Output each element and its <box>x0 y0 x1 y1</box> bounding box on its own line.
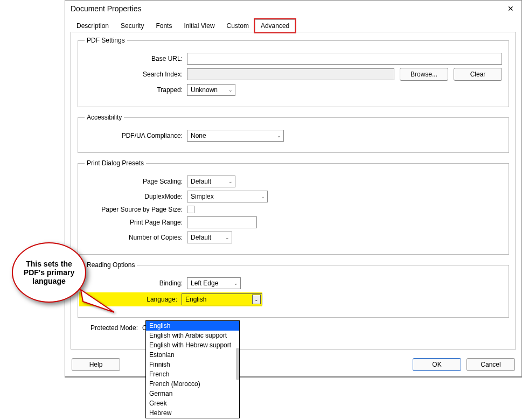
chevron-down-icon: ⌄ <box>228 179 233 184</box>
callout-text: This sets the PDF's primary language <box>18 260 80 285</box>
chevron-down-icon: ⌄ <box>225 235 229 240</box>
duplex-select[interactable]: Simplex ⌄ <box>187 191 268 202</box>
language-option[interactable]: English <box>146 321 239 331</box>
binding-label: Binding: <box>85 279 187 287</box>
tab-initial-view[interactable]: Initial View <box>178 19 220 32</box>
advanced-panel: PDF Settings Base URL: Search Index: Bro… <box>71 32 516 349</box>
print-presets-legend: Print Dialog Presets <box>85 159 146 167</box>
trapped-label: Trapped: <box>85 86 187 94</box>
copies-select[interactable]: Default ⌄ <box>187 232 232 243</box>
pdf-settings-legend: PDF Settings <box>85 37 127 44</box>
language-select[interactable]: English ⌄ <box>182 293 262 305</box>
page-scaling-value: Default <box>191 178 211 185</box>
base-url-label: Base URL: <box>85 55 187 62</box>
trapped-select[interactable]: Unknown ⌄ <box>187 84 235 96</box>
language-option[interactable]: German <box>146 389 239 398</box>
language-option[interactable]: English with Arabic support <box>146 331 239 340</box>
accessibility-group: Accessibility PDF/UA Compliance: None ⌄ <box>78 114 509 153</box>
chevron-down-icon: ⌄ <box>277 133 281 138</box>
titlebar: Document Properties ✕ <box>65 1 521 17</box>
compliance-label: PDF/UA Compliance: <box>85 132 187 139</box>
paper-source-checkbox[interactable] <box>187 206 194 213</box>
language-option[interactable]: Greek <box>146 398 239 408</box>
binding-select[interactable]: Left Edge ⌄ <box>187 277 241 289</box>
window-title: Document Properties <box>71 4 505 13</box>
tab-fonts[interactable]: Fonts <box>150 19 178 32</box>
language-value: English <box>185 296 206 303</box>
language-option[interactable]: Hebrew <box>146 408 239 418</box>
tabbar: Description Security Fonts Initial View … <box>65 17 521 32</box>
callout-bubble: This sets the PDF's primary language <box>12 242 86 303</box>
duplex-label: DuplexMode: <box>85 193 187 200</box>
language-option[interactable]: English with Hebrew support <box>146 340 239 350</box>
language-option[interactable]: French <box>146 369 239 379</box>
chevron-down-icon: ⌄ <box>252 295 261 304</box>
language-option[interactable]: Finnish <box>146 360 239 369</box>
clear-button[interactable]: Clear <box>454 68 502 81</box>
tab-advanced[interactable]: Advanced <box>255 19 295 32</box>
cancel-button[interactable]: Cancel <box>467 358 515 371</box>
compliance-value: None <box>191 132 206 139</box>
page-scaling-label: Page Scaling: <box>85 178 187 185</box>
base-url-input[interactable] <box>187 53 502 65</box>
duplex-value: Simplex <box>191 193 214 200</box>
chevron-down-icon: ⌄ <box>261 194 265 199</box>
page-scaling-select[interactable]: Default ⌄ <box>187 176 235 187</box>
dialog-footer: Help OK Cancel <box>65 355 521 376</box>
paper-source-label: Paper Source by Page Size: <box>85 206 187 213</box>
help-button[interactable]: Help <box>72 358 120 371</box>
background-document <box>65 377 522 420</box>
ok-button[interactable]: OK <box>413 358 461 371</box>
chevron-down-icon: ⌄ <box>234 281 238 286</box>
chevron-down-icon: ⌄ <box>228 87 233 93</box>
browse-button[interactable]: Browse... <box>400 68 448 81</box>
search-index-input <box>187 68 394 80</box>
print-range-input[interactable] <box>187 216 257 228</box>
tab-security[interactable]: Security <box>115 19 150 32</box>
copies-value: Default <box>191 234 211 241</box>
annotation-callout: This sets the PDF's primary language <box>12 242 98 303</box>
print-range-label: Print Page Range: <box>85 219 187 226</box>
compliance-select[interactable]: None ⌄ <box>187 130 284 142</box>
language-dropdown[interactable]: EnglishEnglish with Arabic supportEnglis… <box>145 320 240 418</box>
language-option[interactable]: Estonian <box>146 350 239 360</box>
copies-label: Number of Copies: <box>85 234 187 241</box>
search-index-label: Search Index: <box>85 71 187 78</box>
scrollbar[interactable] <box>236 348 239 380</box>
pdf-settings-group: PDF Settings Base URL: Search Index: Bro… <box>78 37 509 107</box>
document-properties-window: Document Properties ✕ Description Securi… <box>65 0 522 377</box>
trapped-value: Unknown <box>191 86 218 94</box>
tab-custom[interactable]: Custom <box>221 19 255 32</box>
language-option[interactable]: French (Morocco) <box>146 379 239 389</box>
reading-options-group: Reading Options Binding: Left Edge ⌄ Lan… <box>78 261 509 318</box>
svg-marker-0 <box>81 290 114 312</box>
tab-description[interactable]: Description <box>71 19 115 32</box>
print-presets-group: Print Dialog Presets Page Scaling: Defau… <box>78 159 509 255</box>
binding-value: Left Edge <box>191 279 218 287</box>
accessibility-legend: Accessibility <box>85 114 124 121</box>
protected-mode-label: Protected Mode: <box>80 324 142 332</box>
close-icon[interactable]: ✕ <box>505 4 516 13</box>
